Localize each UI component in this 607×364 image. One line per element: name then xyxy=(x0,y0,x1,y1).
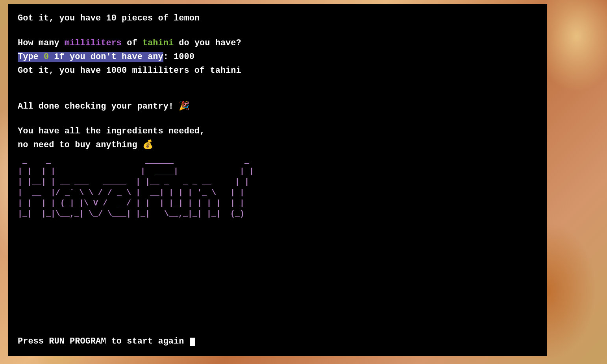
blank-line-1 xyxy=(18,26,537,37)
line-all-done: All done checking your pantry! 🎉 xyxy=(18,100,537,113)
terminal-content: Got it, you have 10 pieces of lemon How … xyxy=(18,12,537,219)
blank-line-2 xyxy=(18,78,537,89)
terminal-window: Got it, you have 10 pieces of lemon How … xyxy=(8,4,547,356)
text-do-you-have: do you have? xyxy=(174,38,241,48)
line-you-have-all: You have all the ingredients needed, xyxy=(18,125,537,138)
ascii-art-have-fun: _ _ ______ _ | | | | | ____| | | | |__| … xyxy=(18,155,537,219)
text-type-zero-highlight: Type 0 if you don't have any xyxy=(18,52,163,62)
text-tahini: tahini xyxy=(142,38,174,48)
text-colon-value: : 1000 xyxy=(163,52,194,62)
line-got-lemon: Got it, you have 10 pieces of lemon xyxy=(18,12,537,25)
text-milliliters: milliliters xyxy=(65,38,122,48)
press-run-text: Press RUN PROGRAM to start again xyxy=(18,336,184,346)
blank-line-3 xyxy=(18,89,537,100)
text-zero: 0 xyxy=(44,52,49,62)
line-no-need: no need to buy anything 💰 xyxy=(18,139,537,152)
text-how-many: How many xyxy=(18,38,65,48)
line-how-many: How many milliliters of tahini do you ha… xyxy=(18,37,537,50)
cursor xyxy=(190,338,195,346)
line-got-tahini: Got it, you have 1000 milliliters of tah… xyxy=(18,64,537,77)
line-type-zero: Type 0 if you don't have any: 1000 xyxy=(18,50,537,63)
text-of: of xyxy=(122,38,142,48)
press-run-line: Press RUN PROGRAM to start again xyxy=(18,336,195,346)
blank-line-4 xyxy=(18,114,537,125)
